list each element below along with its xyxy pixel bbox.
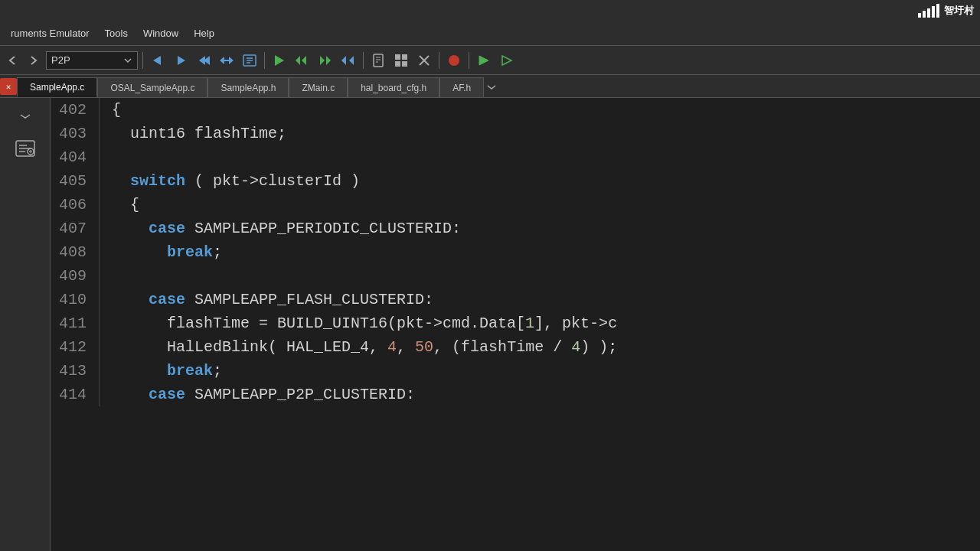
- line-num-413: 413: [51, 359, 100, 383]
- svg-marker-10: [296, 56, 300, 65]
- toolbar-btn-6[interactable]: [292, 51, 312, 70]
- signal-bar-4: [932, 6, 935, 18]
- main-area: 402 { 403 uint16 flashTime; 404 405 swit…: [0, 98, 980, 551]
- code-text-405: switch ( pkt->clusterId ): [112, 169, 360, 193]
- left-sidebar: [0, 98, 51, 551]
- svg-rect-20: [395, 54, 400, 60]
- code-text-406: {: [112, 193, 139, 217]
- toolbar-btn-grid[interactable]: [391, 51, 411, 70]
- toolbar: P2P: [0, 46, 980, 75]
- toolbar-sep-1: [142, 52, 143, 69]
- code-line-413: 413 break;: [51, 359, 980, 383]
- toolbar-btn-2[interactable]: [171, 51, 191, 70]
- toolbar-btn-3[interactable]: [194, 51, 214, 70]
- line-num-414: 414: [51, 383, 100, 406]
- code-text-410: case SAMPLEAPP_FLASH_CLUSTERID:: [112, 288, 433, 311]
- svg-marker-15: [349, 56, 354, 65]
- line-num-402: 402: [51, 98, 100, 122]
- menu-bar: ruments Emulator Tools Window Help: [0, 21, 980, 46]
- code-text-403: uint16 flashTime;: [112, 122, 286, 145]
- code-text-402: {: [112, 98, 121, 122]
- toolbar-btn-4[interactable]: [217, 51, 237, 70]
- tab-zmain[interactable]: ZMain.c: [289, 77, 348, 97]
- svg-marker-13: [326, 56, 331, 65]
- line-num-407: 407: [51, 217, 100, 240]
- top-bar: 智圩村: [0, 0, 980, 21]
- code-editor[interactable]: 402 { 403 uint16 flashTime; 404 405 swit…: [51, 98, 980, 551]
- code-text-412: HalLedBlink( HAL_LED_4, 4, 50, (flashTim…: [112, 335, 617, 359]
- code-text-404: [112, 145, 121, 169]
- signal-bar-5: [936, 4, 939, 18]
- signal-bar-3: [927, 8, 930, 18]
- code-text-409: [112, 264, 121, 288]
- svg-marker-0: [153, 56, 161, 65]
- svg-rect-16: [374, 54, 383, 67]
- svg-rect-22: [395, 61, 400, 67]
- signal-bars: [918, 4, 939, 18]
- nav-forward-button[interactable]: [24, 51, 43, 70]
- svg-marker-1: [178, 56, 185, 65]
- svg-marker-27: [479, 56, 488, 65]
- line-num-405: 405: [51, 169, 100, 193]
- line-num-411: 411: [51, 311, 100, 335]
- line-num-406: 406: [51, 193, 100, 217]
- tab-osal-sampleapp[interactable]: OSAL_SampleApp.c: [97, 77, 207, 97]
- toolbar-sep-4: [439, 52, 439, 69]
- code-line-410: 410 case SAMPLEAPP_FLASH_CLUSTERID:: [51, 288, 980, 311]
- svg-marker-14: [341, 56, 346, 65]
- toolbar-btn-doc[interactable]: [368, 51, 388, 70]
- tab-bar: ✕ SampleApp.c OSAL_SampleApp.c SampleApp…: [0, 75, 980, 98]
- code-line-411: 411 flashTime = BUILD_UINT16(pkt->cmd.Da…: [51, 311, 980, 335]
- toolbar-sep-5: [469, 52, 469, 69]
- line-num-410: 410: [51, 288, 100, 311]
- svg-rect-21: [402, 54, 407, 60]
- code-line-405: 405 switch ( pkt->clusterId ): [51, 169, 980, 193]
- svg-marker-9: [275, 55, 284, 66]
- code-line-403: 403 uint16 flashTime;: [51, 122, 980, 145]
- menu-window[interactable]: Window: [136, 24, 186, 42]
- line-num-408: 408: [51, 240, 100, 264]
- code-line-408: 408 break;: [51, 240, 980, 264]
- toolbar-btn-x[interactable]: [414, 51, 434, 70]
- code-line-412: 412 HalLedBlink( HAL_LED_4, 4, 50, (flas…: [51, 335, 980, 359]
- code-text-408: break;: [112, 240, 222, 264]
- code-text-413: break;: [112, 359, 222, 383]
- code-text-411: flashTime = BUILD_UINT16(pkt->cmd.Data[1…: [112, 311, 617, 335]
- svg-marker-28: [502, 56, 511, 65]
- toolbar-sep-3: [363, 52, 364, 69]
- tab-sampleapp-c[interactable]: SampleApp.c: [17, 77, 97, 97]
- signal-bar-2: [923, 11, 926, 18]
- signal-bar-1: [918, 13, 921, 18]
- toolbar-btn-play2[interactable]: [474, 51, 494, 70]
- menu-help[interactable]: Help: [186, 24, 222, 42]
- project-dropdown[interactable]: P2P: [46, 51, 138, 70]
- code-line-407: 407 case SAMPLEAPP_PERIODIC_CLUSTERID:: [51, 217, 980, 240]
- svg-rect-23: [402, 61, 407, 67]
- svg-marker-12: [320, 56, 325, 65]
- tab-overflow-dropdown[interactable]: [484, 77, 499, 97]
- sidebar-expand-btn[interactable]: [11, 103, 39, 130]
- toolbar-btn-play3[interactable]: [497, 51, 517, 70]
- code-line-414: 414 case SAMPLEAPP_P2P_CLUSTERID:: [51, 383, 980, 406]
- tab-close-button[interactable]: ✕: [0, 78, 17, 95]
- brand-text: 智圩村: [944, 4, 974, 18]
- toolbar-btn-stop[interactable]: [444, 51, 464, 70]
- toolbar-btn-1[interactable]: [148, 51, 168, 70]
- line-num-409: 409: [51, 264, 100, 288]
- svg-marker-11: [302, 56, 306, 65]
- code-text-414: case SAMPLEAPP_P2P_CLUSTERID:: [112, 383, 415, 406]
- menu-tools[interactable]: Tools: [97, 24, 136, 42]
- tab-af-h[interactable]: AF.h: [439, 77, 484, 97]
- toolbar-btn-5[interactable]: [240, 51, 260, 70]
- code-content: 402 { 403 uint16 flashTime; 404 405 swit…: [51, 98, 980, 406]
- nav-back-button[interactable]: [3, 51, 21, 70]
- toolbar-btn-run[interactable]: [270, 51, 289, 70]
- tab-sampleapp-h[interactable]: SampleApp.h: [207, 77, 289, 97]
- toolbar-btn-8[interactable]: [338, 51, 358, 70]
- svg-marker-4: [220, 57, 234, 64]
- code-line-406: 406 {: [51, 193, 980, 217]
- toolbar-btn-7[interactable]: [315, 51, 335, 70]
- sidebar-code-btn[interactable]: [11, 135, 39, 162]
- tab-hal-board-cfg[interactable]: hal_board_cfg.h: [348, 77, 439, 97]
- menu-instruments[interactable]: ruments Emulator: [3, 24, 97, 42]
